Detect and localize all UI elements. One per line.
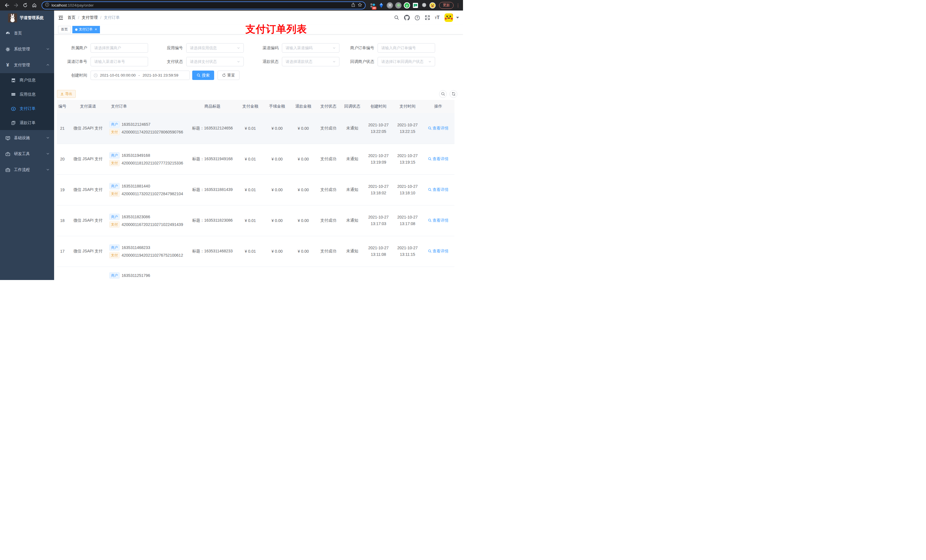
github-icon[interactable] (404, 15, 410, 21)
view-detail-link[interactable]: 查看详情 (428, 187, 448, 192)
pay-no-tag: 支付 (109, 221, 120, 228)
refund-amount-cell: ¥ 0.00 (291, 205, 316, 236)
avatar-caret-icon[interactable] (456, 17, 459, 18)
view-detail-link[interactable]: 查看详情 (428, 126, 448, 131)
breadcrumb-payment[interactable]: 支付管理 (82, 15, 98, 20)
merchant-no: 1635311949168 (122, 153, 150, 158)
svg-text:y: y (406, 4, 408, 7)
sidebar-item-app-info[interactable]: 应用信息 (0, 88, 54, 101)
export-button[interactable]: 导出 (57, 90, 76, 98)
pay-amount-cell (237, 267, 264, 280)
sidebar-item-merchant-info[interactable]: 商户信息 (0, 73, 54, 88)
forward-icon[interactable] (12, 2, 20, 9)
sidebar-item-system[interactable]: 系统管理 (0, 41, 54, 57)
sidebar-item-pay-order[interactable]: ¥ 支付订单 (0, 101, 54, 116)
order-id-cell: 17 (57, 236, 68, 267)
pay-time-cell: 2021-10-27 13:17:08 (393, 205, 422, 236)
app-title: 芋道管理系统 (20, 15, 44, 21)
table-row: 18微信 JSAPI 支付商户1635311823086支付4200001167… (57, 205, 454, 236)
tag-home[interactable]: 首页 (58, 26, 71, 33)
sidebar-item-payment[interactable]: ¥ 支付管理 (0, 57, 54, 73)
extension-tabs-icon[interactable]: 10 (369, 2, 377, 9)
extensions-puzzle-icon[interactable] (420, 2, 428, 9)
browser-menu-icon[interactable]: ⋮ (456, 3, 460, 8)
merchant-no-tag: 商户 (109, 214, 120, 220)
toggle-search-button[interactable] (439, 90, 447, 98)
notify-status-select[interactable]: 请选择订单回调商户状态 (378, 57, 435, 66)
sidebar-item-infrastructure[interactable]: 基础设施 (0, 130, 54, 146)
fee-amount-cell: ¥ 0.00 (264, 205, 291, 236)
share-icon[interactable] (351, 3, 356, 8)
sidebar-fold-icon[interactable] (58, 15, 64, 21)
breadcrumb: 首页 / 支付管理 / 支付订单 (68, 15, 120, 20)
chrome-update-button[interactable]: 更新 (439, 2, 454, 9)
user-avatar[interactable] (445, 14, 453, 22)
pay-time-cell: 2021-10-27 13:18:10 (393, 174, 422, 205)
filter-form: 所属商户 应用编号 请选择应用信息 渠道编码 请输入渠道编码 商户订单编号 (57, 43, 460, 80)
channel-code-select[interactable]: 请输入渠道编码 (282, 43, 339, 53)
pay-order-cell: 商户1635311823086支付42000011672021102710224… (108, 205, 188, 236)
date-end: 2021-10-31 23:59:59 (143, 73, 178, 77)
sketch-extension-icon[interactable] (378, 2, 385, 9)
refund-status-select[interactable]: 请选择退款状态 (282, 57, 339, 66)
pay-no-tag: 支付 (109, 191, 120, 197)
active-dot (75, 29, 77, 31)
refund-amount-cell (291, 267, 316, 280)
pay-channel-cell: 微信 JSAPI 支付 (68, 113, 108, 144)
search-icon (428, 126, 432, 130)
recorder-extension-icon[interactable] (395, 2, 402, 9)
merchant-order-no-input[interactable] (381, 46, 431, 50)
chat-extension-icon[interactable] (412, 2, 419, 9)
breadcrumb-current: 支付订单 (104, 15, 120, 20)
pay-amount-cell: ¥ 0.01 (237, 236, 264, 267)
app-select[interactable]: 请选择应用信息 (186, 43, 244, 53)
notify-status-cell: 未通知 (340, 236, 364, 267)
pay-time-cell (393, 267, 422, 280)
gear-icon (5, 47, 10, 52)
fee-amount-cell (264, 267, 291, 280)
help-icon[interactable]: ? (415, 15, 420, 21)
y-extension-icon[interactable]: y (403, 2, 411, 9)
product-title-cell: 标题：1635311881439 (188, 174, 237, 205)
home-icon[interactable] (30, 2, 38, 9)
sidebar-item-dev-tools[interactable]: 研发工具 (0, 146, 54, 162)
breadcrumb-home[interactable]: 首页 (68, 15, 76, 20)
font-size-icon[interactable]: TT (435, 15, 440, 21)
yen-icon: ¥ (5, 62, 10, 68)
create-time-range[interactable]: 2021-10-01 00:00:00 - 2021-10-31 23:59:5… (91, 71, 190, 80)
close-icon[interactable]: ✕ (95, 27, 97, 31)
site-info-icon[interactable] (45, 3, 49, 8)
tag-pay-order[interactable]: 支付订单 ✕ (72, 26, 100, 33)
address-bar[interactable]: localhost:1024/pay/order (42, 2, 366, 9)
back-icon[interactable] (3, 2, 11, 9)
create-time-cell: 2021-10-27 13:22:05 (364, 113, 393, 144)
view-detail-link[interactable]: 查看详情 (428, 249, 448, 254)
refund-amount-cell: ¥ 0.00 (291, 113, 316, 144)
search-button[interactable]: 搜索 (192, 71, 214, 80)
table-row: 17微信 JSAPI 支付商户1635311468233支付4200001194… (57, 236, 454, 267)
refresh-table-button[interactable] (449, 90, 457, 98)
pay-status-select[interactable]: 请选择支付状态 (186, 57, 244, 66)
grid-icon (11, 92, 16, 97)
bookmark-star-icon[interactable] (358, 3, 362, 8)
command-extension-icon[interactable]: ⌘ (386, 2, 393, 9)
channel-order-no-input[interactable] (94, 59, 144, 64)
fullscreen-icon[interactable] (425, 15, 430, 20)
pay-order-cell: 商户1635311251796 (108, 267, 188, 280)
sidebar-item-home[interactable]: 首页 (0, 25, 54, 41)
sidebar-item-refund-order[interactable]: 退款订单 (0, 116, 54, 130)
view-detail-link[interactable]: 查看详情 (428, 157, 448, 162)
notify-status-cell: 未通知 (340, 205, 364, 236)
view-detail-link[interactable]: 查看详情 (428, 218, 448, 223)
table-row: 商户1635311251796 (57, 267, 454, 280)
extension-badge: 10 (372, 6, 377, 10)
search-icon (428, 249, 432, 253)
profile-avatar-icon[interactable] (429, 2, 436, 9)
reset-button[interactable]: 重置 (218, 71, 239, 80)
search-icon[interactable] (394, 15, 399, 20)
merchant-input[interactable] (94, 46, 144, 50)
sidebar-item-workflow[interactable]: 工作流程 (0, 162, 54, 178)
filter-pay-status: 支付状态 请选择支付状态 (153, 57, 244, 66)
reload-icon[interactable] (21, 2, 29, 9)
app-logo[interactable]: 芋道管理系统 (0, 11, 54, 25)
